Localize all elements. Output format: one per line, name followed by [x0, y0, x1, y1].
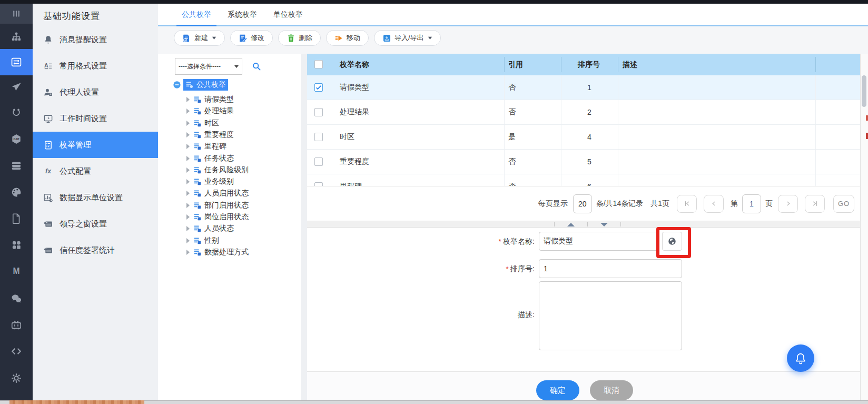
go-button[interactable]: GO [833, 195, 854, 213]
tree-item[interactable]: 数据处理方式 [186, 247, 249, 258]
expand-down-icon[interactable] [600, 223, 608, 226]
caret-right-icon[interactable] [186, 250, 190, 255]
collapse-rail-button[interactable] [0, 4, 33, 24]
search-icon[interactable] [252, 62, 261, 71]
tree-root-row[interactable]: 公共枚举 [173, 79, 228, 91]
row-checkbox[interactable] [314, 182, 323, 186]
caret-right-icon[interactable] [186, 132, 190, 137]
row-checkbox[interactable] [314, 133, 323, 141]
collapse-minus-icon[interactable] [173, 81, 181, 89]
sidebar-item[interactable]: 信任度签署统计 [33, 237, 158, 263]
tree-item[interactable]: 任务风险级别 [186, 164, 249, 176]
first-page-button[interactable] [677, 195, 697, 213]
toolbar-button[interactable]: 删除 [278, 30, 321, 46]
tree-root-selected[interactable]: 公共枚举 [183, 79, 228, 91]
rail-item-clover[interactable] [0, 232, 33, 258]
caret-right-icon[interactable] [186, 144, 190, 149]
tree-item[interactable]: 里程碑 [186, 141, 226, 152]
tree-node-icon [193, 131, 202, 139]
sidebar-item[interactable]: 代理人设置 [33, 79, 158, 105]
tree-item[interactable]: 性别 [186, 235, 219, 247]
caret-right-icon[interactable] [186, 203, 190, 208]
caret-right-icon[interactable] [186, 191, 190, 196]
caret-right-icon[interactable] [186, 167, 190, 173]
rail-item-wechat[interactable] [0, 285, 33, 312]
notification-bell-button[interactable] [787, 344, 814, 372]
tree-item[interactable]: 任务状态 [186, 153, 234, 164]
tree-item[interactable]: 重要程度 [186, 129, 234, 141]
row-checkbox[interactable] [314, 157, 323, 166]
cancel-button[interactable]: 取消 [590, 380, 633, 400]
sidebar-item[interactable]: 消息提醒设置 [33, 26, 158, 53]
caret-right-icon[interactable] [186, 214, 190, 220]
table-row[interactable]: 里程碑 否 6 [307, 174, 860, 186]
table-row[interactable]: 请假类型 否 1 [307, 75, 860, 100]
sidebar-item[interactable]: A常用格式设置 [33, 53, 158, 79]
formula-icon: fx [43, 166, 53, 176]
rail-item-gear[interactable] [0, 365, 33, 391]
caret-right-icon[interactable] [186, 226, 190, 231]
rail-item-code[interactable] [0, 338, 33, 364]
condition-select[interactable]: ----选择条件---- [175, 58, 242, 75]
tree-item[interactable]: 请假类型 [186, 94, 234, 105]
scrollbar-thumb[interactable] [862, 75, 866, 107]
tree-item[interactable]: 人员启用状态 [186, 188, 249, 199]
caret-right-icon[interactable] [186, 238, 190, 243]
toolbar-button[interactable]: 移动 [326, 30, 369, 46]
sidebar-item[interactable]: 枚举管理 [33, 132, 158, 158]
toolbar-button[interactable]: 新建 [174, 30, 225, 46]
tree-item[interactable]: 处理结果 [186, 105, 234, 117]
collapse-up-icon[interactable] [567, 223, 575, 226]
order-input[interactable]: 1 [539, 259, 682, 278]
row-checkbox[interactable] [314, 83, 323, 92]
toolbar-button[interactable]: 导入/导出 [374, 30, 441, 46]
tree-item[interactable]: 业务级别 [186, 176, 234, 188]
rail-item-stack[interactable] [0, 153, 33, 179]
caret-right-icon[interactable] [186, 121, 190, 126]
tab-0[interactable]: 公共枚举 [176, 4, 216, 25]
caret-right-icon[interactable] [186, 109, 190, 114]
row-checkbox[interactable] [314, 108, 323, 116]
rail-item-file[interactable] [0, 205, 33, 232]
caret-right-icon[interactable] [186, 97, 190, 102]
confirm-button[interactable]: 确定 [536, 380, 579, 400]
rail-item-cap-badge[interactable]: CAP [0, 126, 33, 152]
tree-item[interactable]: 时区 [186, 117, 219, 129]
rail-item-org-chart[interactable] [0, 24, 33, 50]
rail-item-letter-m[interactable]: M [0, 258, 33, 284]
rail-item-tv[interactable] [0, 312, 33, 338]
tree-root-icon [185, 81, 194, 89]
enum-name-input[interactable]: 请假类型 [539, 232, 658, 251]
rail-item-loop[interactable] [0, 99, 33, 125]
caret-right-icon[interactable] [186, 179, 190, 184]
description-textarea[interactable] [539, 281, 682, 350]
sidebar-item[interactable]: 领导之窗设置 [33, 211, 158, 237]
last-page-button[interactable] [805, 195, 825, 213]
select-all-checkbox[interactable] [314, 60, 323, 68]
sidebar-item[interactable]: fx公式配置 [33, 158, 158, 184]
tab-1[interactable]: 系统枚举 [222, 4, 262, 25]
tree-item[interactable]: 人员状态 [186, 223, 234, 234]
rail-item-sliders[interactable] [0, 49, 33, 75]
page-input[interactable]: 1 [742, 194, 761, 213]
sidebar-item[interactable]: 工作时间设置 [33, 105, 158, 132]
splitter[interactable] [307, 221, 860, 228]
caret-right-icon[interactable] [186, 156, 190, 161]
tab-2[interactable]: 单位枚举 [268, 4, 308, 25]
prev-page-button[interactable] [704, 195, 724, 213]
table-row[interactable]: 重要程度 否 5 [307, 150, 860, 174]
sidebar-item[interactable]: 数据显示单位设置 [33, 184, 158, 211]
rail-item-palette[interactable] [0, 179, 33, 205]
svg-text:CAP: CAP [14, 137, 19, 141]
next-page-button[interactable] [778, 195, 798, 213]
table-row[interactable]: 处理结果 否 2 [307, 100, 860, 125]
toolbar-button[interactable]: 修改 [230, 30, 273, 46]
condition-select-value: ----选择条件---- [179, 62, 234, 71]
tree-item[interactable]: 部门启用状态 [186, 200, 249, 211]
tree-node-icon [193, 142, 202, 151]
table-row[interactable]: 时区 是 4 [307, 125, 860, 150]
per-page-input[interactable]: 20 [573, 194, 592, 213]
vertical-scrollbar[interactable] [860, 54, 868, 400]
rail-item-send[interactable] [0, 74, 33, 100]
tree-item[interactable]: 岗位启用状态 [186, 211, 249, 223]
